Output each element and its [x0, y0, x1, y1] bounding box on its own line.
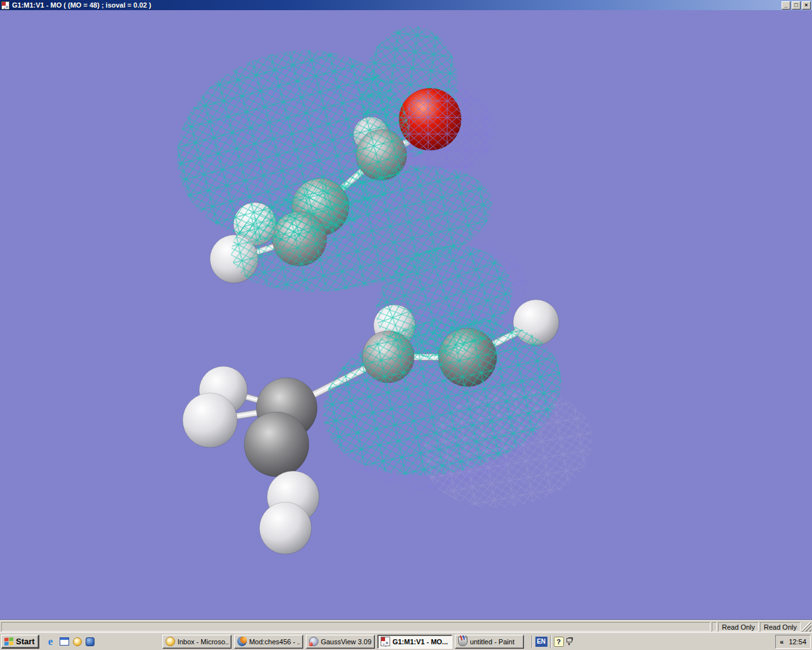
- taskbar-button[interactable]: Inbox - Microso...: [162, 635, 232, 649]
- tray-collapse-chevron[interactable]: «: [780, 638, 783, 646]
- taskbar-button[interactable]: Mod:ches456 - ...: [234, 635, 303, 649]
- window-controls: _□×: [782, 1, 811, 10]
- firefox-icon: [237, 637, 247, 646]
- gaussview-icon: [309, 637, 318, 646]
- taskbar-button[interactable]: G1:M1:V1 - MO...: [377, 635, 452, 649]
- help-icon[interactable]: ?: [554, 637, 564, 647]
- language-bar: EN ? ▾: [532, 635, 572, 649]
- start-button[interactable]: Start: [1, 635, 39, 649]
- windows-logo-icon: [4, 637, 14, 646]
- window-titlebar: G1:M1:V1 - MO ( (MO = 48) ; isoval = 0.0…: [0, 0, 812, 10]
- gaussview-doc-icon: [1, 1, 10, 10]
- media-player-icon[interactable]: [86, 637, 95, 646]
- taskbar-button[interactable]: untitled - Paint: [455, 635, 524, 649]
- gaussview-doc-icon: [381, 637, 390, 646]
- language-options-icon[interactable]: ▾: [566, 635, 572, 649]
- internet-explorer-icon[interactable]: e: [46, 637, 56, 647]
- mail-icon[interactable]: [73, 637, 82, 646]
- paint-icon: [458, 637, 468, 646]
- status-read-only-2: Read Only: [760, 622, 801, 632]
- chevron-down-icon: ▾: [568, 642, 570, 646]
- minimize-button[interactable]: _: [782, 1, 790, 10]
- start-label: Start: [16, 637, 35, 646]
- molecular-orbital-render[interactable]: [0, 10, 812, 620]
- window-title: G1:M1:V1 - MO ( (MO = 48) ; isoval = 0.0…: [12, 1, 782, 9]
- taskbar-button[interactable]: GaussView 3.09: [306, 635, 375, 649]
- close-button[interactable]: ×: [802, 1, 811, 10]
- atom-H: [183, 393, 237, 448]
- resize-grip[interactable]: [802, 622, 811, 632]
- system-tray[interactable]: « 12:54: [775, 635, 811, 649]
- atom-H: [259, 502, 311, 554]
- desktop-screen: G1:M1:V1 - MO ( (MO = 48) ; isoval = 0.0…: [0, 0, 812, 650]
- quick-launch-bar: e: [46, 637, 102, 647]
- molecule-viewport[interactable]: [0, 10, 812, 620]
- maximize-button[interactable]: □: [792, 1, 801, 10]
- divider: [550, 635, 551, 648]
- clock: 12:54: [789, 638, 806, 646]
- status-panel-main: [1, 622, 710, 632]
- status-bar: Read Only Read Only: [0, 620, 812, 632]
- taskbar: Start e Inbox - Microso... Mod:ches456 -…: [0, 632, 812, 650]
- atom-C: [244, 412, 309, 477]
- language-indicator[interactable]: EN: [535, 637, 547, 647]
- status-panel-divider: [712, 622, 717, 632]
- divider: [532, 635, 533, 648]
- task-buttons: Inbox - Microso... Mod:ches456 - ... Gau…: [162, 635, 527, 649]
- orbital-lobe-negative: [400, 86, 495, 175]
- outlook-icon: [166, 637, 175, 646]
- status-read-only-1: Read Only: [718, 622, 759, 632]
- show-desktop-icon[interactable]: [60, 637, 69, 646]
